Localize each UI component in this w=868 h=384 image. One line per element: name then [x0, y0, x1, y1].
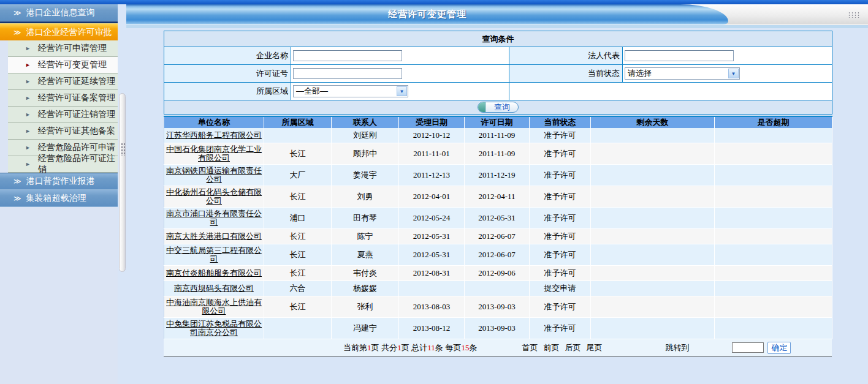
- company-link[interactable]: 江苏华西船务工程有限公司: [166, 130, 262, 140]
- table-cell: [591, 244, 715, 266]
- table-cell: 长江: [264, 244, 332, 266]
- table-cell: [591, 143, 715, 165]
- company-link[interactable]: 中化扬州石化码头仓储有限公司: [166, 187, 262, 205]
- sidebar-subitem[interactable]: ►经营危险品许可证注销: [8, 156, 118, 173]
- sidebar-item-cargo-report[interactable]: ≫ 港口普货作业报港: [0, 173, 118, 190]
- table-row: 南京大胜关港港口有限公司长江陈宁2012-05-312012-06-07准予许可: [164, 229, 832, 244]
- arrow-right-icon: ►: [25, 45, 31, 51]
- arrow-right-icon: ►: [25, 62, 31, 68]
- column-header-days-left: 剩余天数: [591, 116, 715, 128]
- table-cell: 2011-11-09: [465, 143, 530, 165]
- table-cell: 韦付炎: [332, 266, 399, 281]
- search-button[interactable]: 查询: [478, 102, 519, 113]
- sidebar-item-license-approval-active[interactable]: ≫ 港口企业经营许可审批: [0, 23, 118, 40]
- table-cell: 2012-05-24: [399, 208, 465, 229]
- sidebar-subitem[interactable]: ►经营许可证其他备案: [8, 123, 118, 140]
- table-cell: 长江: [264, 296, 332, 318]
- table-cell: 2012-04-01: [399, 186, 465, 208]
- sidebar-item-label: 港口企业信息查询: [26, 7, 95, 18]
- confirm-button[interactable]: 确定: [767, 342, 791, 354]
- grip-dots-icon: [121, 143, 125, 156]
- table-cell: 2012-06-07: [465, 244, 530, 266]
- region-select-value: —全部—: [296, 86, 328, 97]
- chevron-down-icon: ▼: [728, 69, 739, 78]
- legal-rep-input[interactable]: [625, 50, 734, 61]
- table-cell: [264, 318, 332, 339]
- first-page-link[interactable]: 首页: [522, 342, 538, 353]
- sidebar-subitem-label: 经营许可证备案管理: [38, 92, 115, 104]
- prev-page-link[interactable]: 前页: [543, 342, 559, 353]
- company-link[interactable]: 中国石化集团南京化学工业有限公司: [166, 145, 262, 162]
- page-size-number: 15: [461, 343, 469, 352]
- table-cell: [715, 208, 832, 229]
- company-link[interactable]: 南京大胜关港港口有限公司: [166, 232, 262, 241]
- jump-page-input[interactable]: [732, 342, 764, 353]
- sidebar-subitem-label: 经营许可证注销管理: [38, 109, 115, 120]
- table-cell: 准予许可: [530, 208, 591, 229]
- company-link[interactable]: 南京付炎船舶服务有限公司: [166, 268, 262, 277]
- license-no-input[interactable]: [293, 68, 402, 79]
- chevron-right-icon: ≫: [13, 28, 20, 37]
- company-link[interactable]: 中交三航局第三工程有限公司: [166, 246, 262, 263]
- table-row: 中交三航局第三工程有限公司长江夏燕2012-05-312012-06-07准予许…: [164, 244, 832, 266]
- table-cell: [715, 244, 832, 266]
- table-cell: [715, 165, 832, 186]
- company-link[interactable]: 南京西坝码头有限公司: [174, 284, 254, 293]
- table-cell: [591, 186, 715, 208]
- last-page-link[interactable]: 尾页: [586, 342, 602, 353]
- sidebar-item-label: 港口企业经营许可审批: [26, 27, 112, 38]
- status-select[interactable]: 请选择 ▼: [625, 67, 740, 80]
- sidebar-subitem[interactable]: ►经营许可申请管理: [8, 40, 118, 57]
- company-link[interactable]: 中免集团江苏免税品有限公司南京分公司: [166, 319, 262, 337]
- table-row: 中国石化集团南京化学工业有限公司长江顾邦中2011-11-012011-11-0…: [164, 143, 832, 165]
- table-cell: 陈宁: [332, 229, 399, 244]
- jump-to-label: 跳转到: [665, 342, 689, 353]
- table-cell: 准予许可: [530, 318, 591, 339]
- table-cell: 2011-12-13: [399, 165, 465, 186]
- sidebar-subitem-label: 经营危险品许可证注销: [38, 153, 118, 175]
- page-title: 经营许可变更管理: [388, 9, 466, 20]
- table-cell: [465, 281, 530, 296]
- chevron-right-icon: ≫: [13, 177, 20, 186]
- table-cell: [264, 128, 332, 143]
- sidebar-item-port-enterprise-info[interactable]: ≫ 港口企业信息查询: [0, 4, 118, 21]
- chevron-right-icon: ≫: [13, 194, 20, 203]
- arrow-right-icon: ►: [25, 78, 31, 85]
- table-cell: 刘廷刚: [332, 128, 399, 143]
- table-row: 南京市浦口港务有限责任公司浦口田有琴2012-05-242012-05-31准予…: [164, 208, 832, 229]
- table-cell: 冯建宁: [332, 318, 399, 339]
- company-cell: 中海油南京顺海水上供油有限公司: [164, 296, 264, 318]
- sidebar-subitem-label: 经营许可变更管理: [38, 59, 107, 70]
- sidebar-subitem[interactable]: ►经营许可变更管理: [8, 57, 118, 73]
- chevron-right-icon: ≫: [13, 9, 20, 17]
- table-cell: 大厂: [264, 165, 332, 186]
- company-link[interactable]: 南京钢铁四通运输有限责任公司: [166, 166, 262, 184]
- table-cell: [591, 229, 715, 244]
- column-header-license-date: 许可日期: [465, 116, 530, 128]
- header-under-strip: [126, 24, 868, 28]
- table-cell: 2012-05-31: [399, 244, 465, 266]
- company-name-input[interactable]: [293, 50, 402, 61]
- table-cell: 2013-09-03: [465, 296, 530, 318]
- sidebar-subitem[interactable]: ►经营许可证延续管理: [8, 73, 118, 90]
- table-cell: 2012-04-11: [465, 186, 530, 208]
- content-card: 查询条件 企业名称 法人代表 许可证号 当前状态 请选择 ▼ 所属区: [164, 31, 832, 357]
- table-cell: 准予许可: [530, 128, 591, 143]
- table-cell: 2011-11-01: [399, 143, 465, 165]
- company-link[interactable]: 南京市浦口港务有限责任公司: [166, 209, 262, 227]
- main-content: 经营许可变更管理 查询条件 企业名称 法人代表 许可证号 当前状态 请选择: [126, 4, 868, 384]
- company-cell: 南京市浦口港务有限责任公司: [164, 208, 264, 229]
- sidebar-splitter-handle[interactable]: [119, 93, 126, 272]
- sidebar-subitem[interactable]: ►经营许可证注销管理: [8, 107, 118, 123]
- table-cell: 2012-06-07: [465, 229, 530, 244]
- company-link[interactable]: 中海油南京顺海水上供油有限公司: [166, 298, 262, 315]
- table-cell: 长江: [264, 266, 332, 281]
- next-page-link[interactable]: 后页: [565, 342, 581, 353]
- sidebar-subitem[interactable]: ►经营许可证备案管理: [8, 90, 118, 107]
- sidebar-item-container-overload[interactable]: ≫ 集装箱超载治理: [0, 190, 118, 207]
- table-cell: [591, 165, 715, 186]
- table-cell: 张利: [332, 296, 399, 318]
- sidebar-subitem-label: 经营许可申请管理: [38, 43, 107, 54]
- region-select[interactable]: —全部— ▼: [293, 85, 408, 97]
- table-cell: 2012-09-06: [465, 266, 530, 281]
